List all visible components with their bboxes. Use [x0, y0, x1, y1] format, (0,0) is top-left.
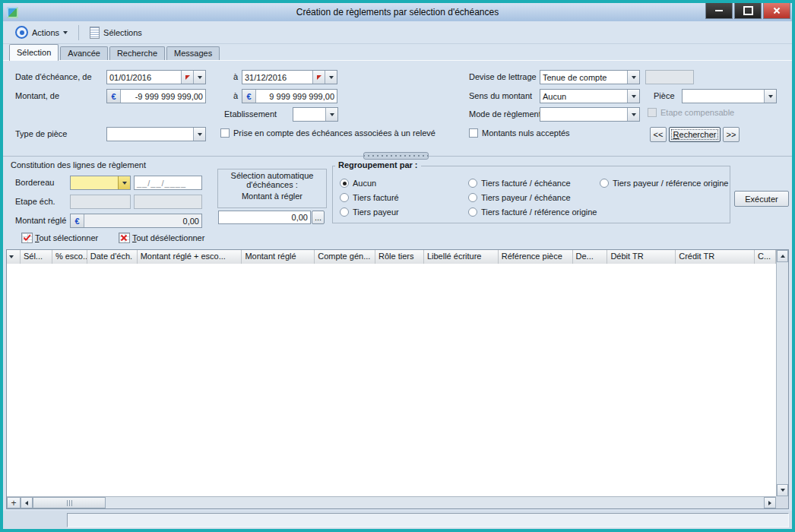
actions-label: Actions: [32, 28, 59, 37]
montant-a-regler-value: 0,00: [219, 213, 310, 222]
bordereau-label: Bordereau: [15, 178, 54, 187]
releve-checkbox[interactable]: Prise en compte des échéances associées …: [220, 128, 436, 138]
column-header-12[interactable]: C...: [755, 250, 776, 264]
results-grid: Sél...% esco...Date d'éch.Montant réglé …: [6, 249, 789, 509]
radio-tiers-payeur-reference-origine[interactable]: Tiers payeur / référence origine: [600, 179, 728, 188]
dropdown-arrow-icon[interactable]: [627, 90, 639, 103]
mode-combo[interactable]: [540, 107, 640, 122]
radio-tiers-payeur[interactable]: Tiers payeur: [340, 207, 399, 217]
scroll-right-button[interactable]: [764, 497, 776, 508]
scroll-up-button[interactable]: [777, 250, 788, 262]
dropdown-arrow-icon[interactable]: [325, 108, 337, 121]
column-header-11[interactable]: Crédit TR: [676, 250, 755, 264]
piece-combo[interactable]: [682, 89, 777, 103]
amount-from-value: -9 999 999 999,00: [121, 92, 205, 101]
column-header-6[interactable]: Rôle tiers: [375, 250, 424, 264]
euro-icon: €: [71, 214, 84, 227]
montant-a-regler-input[interactable]: 0,00: [218, 211, 311, 224]
ellipsis-button[interactable]: ...: [312, 211, 325, 224]
dropdown-arrow-icon[interactable]: [627, 108, 639, 121]
vertical-scrollbar[interactable]: [776, 250, 788, 496]
etape-label: Etape éch.: [15, 197, 55, 206]
column-header-10[interactable]: Débit TR: [607, 250, 676, 264]
amount-from-field[interactable]: € -9 999 999 999,00: [106, 89, 206, 103]
scroll-right-icon: [768, 501, 771, 505]
bordereau-date-field[interactable]: __/__/____: [134, 176, 202, 190]
tab-avancee[interactable]: Avancée: [60, 46, 108, 61]
select-all-link[interactable]: Tout sélectionner: [35, 233, 98, 242]
column-header-8[interactable]: Référence pièce: [499, 250, 573, 264]
etablissement-combo[interactable]: [293, 107, 338, 122]
etablissement-label: Etablissement: [224, 109, 277, 119]
checkbox-icon: [469, 128, 478, 138]
dropdown-arrow-icon[interactable]: [325, 71, 337, 84]
actions-menu-button[interactable]: Actions: [11, 24, 72, 41]
splitter-handle[interactable]: [363, 152, 429, 160]
devise-label: Devise de lettrage: [469, 72, 537, 81]
tab-recherche[interactable]: Recherche: [109, 46, 165, 61]
calendar-pick-icon[interactable]: [181, 71, 193, 84]
devise-value: Tenue de compte: [540, 73, 627, 82]
column-header-9[interactable]: De...: [573, 250, 608, 264]
column-header-2[interactable]: Date d'éch.: [87, 250, 138, 264]
selections-button[interactable]: Sélections: [85, 24, 147, 41]
horizontal-scroll-track[interactable]: [106, 497, 764, 508]
horizontal-scroll-thumb[interactable]: [33, 497, 106, 508]
add-row-button[interactable]: +: [7, 497, 21, 508]
column-header-0[interactable]: Sél...: [21, 250, 52, 264]
bordereau-combo[interactable]: [70, 176, 131, 190]
row-indicator-header: [7, 250, 21, 264]
deselect-all-grid-icon[interactable]: [119, 233, 130, 243]
radio-icon: [468, 207, 477, 217]
date-to-field[interactable]: 31/12/2016: [242, 70, 337, 84]
tab-messages[interactable]: Messages: [166, 46, 220, 61]
type-piece-combo[interactable]: [106, 127, 206, 141]
grid-body[interactable]: [7, 264, 776, 496]
dropdown-arrow-icon[interactable]: [627, 71, 639, 84]
calendar-pick-icon[interactable]: [312, 71, 325, 84]
amount-to-field[interactable]: € 9 999 999 999,00: [242, 89, 337, 103]
radio-tiers-facture[interactable]: Tiers facturé: [340, 193, 399, 202]
tab-selection[interactable]: Sélection: [9, 44, 59, 61]
maximize-button[interactable]: [734, 3, 762, 19]
column-header-4[interactable]: Montant réglé: [242, 250, 315, 264]
dropdown-arrow-icon[interactable]: [118, 176, 130, 189]
radio-aucun[interactable]: Aucun: [340, 179, 376, 188]
minimize-button[interactable]: [705, 3, 733, 19]
column-header-7[interactable]: Libellé écriture: [424, 250, 499, 264]
tab-bar: Sélection Avancée Recherche Messages: [9, 45, 221, 61]
next-page-button[interactable]: >>: [723, 127, 740, 142]
radio-tiers-facture-reference-origine[interactable]: Tiers facturé / référence origine: [468, 207, 597, 217]
date-from-field[interactable]: 01/01/2016: [106, 70, 206, 84]
dropdown-arrow-icon[interactable]: [193, 128, 205, 141]
search-button[interactable]: Rechercher: [669, 127, 721, 142]
horizontal-scrollbar[interactable]: +: [7, 496, 776, 508]
radio-icon: [600, 179, 609, 188]
radio-tiers-payeur-echeance[interactable]: Tiers payeur / échéance: [468, 193, 571, 202]
close-button[interactable]: [763, 3, 790, 19]
select-all-grid-icon[interactable]: [21, 233, 33, 243]
executer-button[interactable]: Exécuter: [734, 191, 789, 207]
maximize-icon: [743, 6, 753, 15]
scroll-down-button[interactable]: [777, 484, 788, 496]
radio-tiers-facture-echeance[interactable]: Tiers facturé / échéance: [468, 179, 571, 188]
minimize-icon: [715, 10, 723, 11]
scroll-down-icon: [781, 489, 785, 492]
montants-nuls-checkbox[interactable]: Montants nuls acceptés: [469, 128, 570, 138]
sens-combo[interactable]: Aucun: [540, 89, 640, 103]
column-header-5[interactable]: Compte gén...: [315, 250, 375, 264]
prev-page-button[interactable]: <<: [650, 127, 667, 142]
euro-icon[interactable]: €: [107, 90, 121, 103]
status-panel: [67, 513, 789, 527]
scroll-left-button[interactable]: [21, 497, 33, 508]
deselect-all-link[interactable]: Tout désélectionner: [132, 233, 204, 242]
devise-combo[interactable]: Tenue de compte: [540, 70, 640, 84]
vertical-scroll-track[interactable]: [777, 262, 788, 484]
column-header-1[interactable]: % esco...: [52, 250, 87, 264]
column-header-3[interactable]: Montant réglé + esco...: [138, 250, 242, 264]
dropdown-arrow-icon[interactable]: [764, 90, 776, 103]
dropdown-arrow-icon[interactable]: [193, 71, 205, 84]
radio-icon: [468, 179, 477, 188]
euro-icon[interactable]: €: [242, 90, 256, 103]
toolbar-separator: [78, 25, 79, 40]
